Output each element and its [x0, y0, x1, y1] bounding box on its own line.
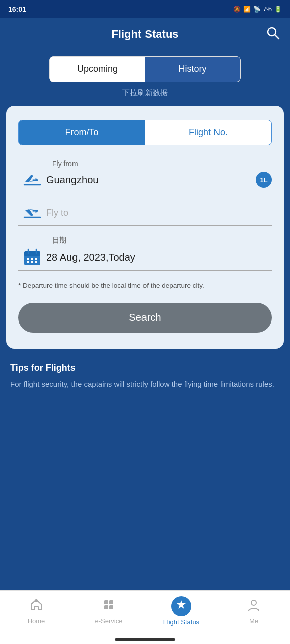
svg-rect-7	[31, 258, 33, 260]
date-group: 日期	[18, 236, 272, 271]
signal-icon: 📡	[253, 6, 261, 13]
tips-title: Tips for Flights	[10, 363, 280, 373]
nav-me[interactable]: Me	[218, 598, 290, 625]
home-label: Home	[28, 617, 45, 625]
tab-upcoming[interactable]: Upcoming	[50, 57, 145, 82]
svg-rect-8	[35, 258, 37, 260]
disclaimer-text: * Departure time should be the local tim…	[18, 281, 272, 291]
battery-level: 7%	[263, 6, 272, 13]
tab-history[interactable]: History	[145, 57, 240, 82]
date-label: 日期	[18, 236, 272, 245]
location-badge-text: 1L	[260, 176, 267, 184]
fly-to-row	[18, 203, 272, 226]
tabs-container: Upcoming History	[0, 50, 290, 82]
date-row	[18, 248, 272, 271]
spacer	[0, 496, 290, 590]
nav-flight-status[interactable]: Flight Status	[145, 596, 218, 626]
svg-rect-9	[27, 261, 29, 263]
svg-rect-3	[24, 251, 40, 256]
svg-point-17	[251, 600, 256, 605]
svg-rect-13	[104, 600, 108, 604]
flight-status-dot	[171, 596, 191, 616]
calendar-icon-container	[18, 248, 46, 266]
search-button[interactable]: Search	[18, 303, 272, 333]
flight-status-label: Flight Status	[163, 618, 199, 626]
me-icon	[247, 598, 261, 615]
svg-rect-10	[31, 261, 33, 263]
svg-line-1	[275, 35, 279, 39]
tab-group: Upcoming History	[49, 56, 241, 82]
svg-rect-11	[35, 261, 37, 263]
fly-to-group	[18, 203, 272, 226]
fly-from-input[interactable]	[46, 174, 252, 186]
nav-home[interactable]: Home	[0, 598, 72, 625]
tips-text: For flight security, the captains will s…	[10, 378, 280, 390]
date-input[interactable]	[46, 252, 272, 263]
plane-landing-icon	[22, 203, 42, 221]
status-icons: 🔕 📶 📡 7% 🔋	[233, 6, 282, 13]
location-badge: 1L	[256, 172, 272, 188]
eservice-icon	[102, 598, 116, 615]
svg-rect-14	[109, 600, 113, 604]
tips-section: Tips for Flights For flight security, th…	[0, 353, 290, 495]
fly-from-group: Fly from 1L	[18, 159, 272, 193]
fly-to-input[interactable]	[46, 207, 272, 218]
status-bar: 16:01 🔕 📶 📡 7% 🔋	[0, 0, 290, 18]
svg-rect-6	[27, 258, 29, 260]
svg-rect-16	[109, 605, 113, 609]
page-title: Flight Status	[111, 28, 178, 41]
flight-status-icon	[176, 599, 187, 613]
fly-from-row: 1L	[18, 171, 272, 193]
fly-from-label: Fly from	[18, 159, 272, 168]
battery-icon: 🔋	[274, 6, 282, 13]
bottom-indicator	[0, 635, 290, 644]
header: Flight Status	[0, 18, 290, 50]
landing-icon-container	[18, 203, 46, 221]
plane-takeoff-icon	[22, 171, 42, 189]
nav-eservice[interactable]: e-Service	[72, 598, 145, 625]
calendar-icon	[23, 248, 41, 266]
me-label: Me	[249, 617, 258, 625]
search-card: From/To Flight No. Fly from 1L	[6, 106, 284, 349]
silent-icon: 🔕	[233, 6, 241, 13]
search-type-toggle: From/To Flight No.	[18, 120, 272, 145]
search-button[interactable]	[266, 26, 280, 43]
svg-rect-15	[104, 605, 108, 609]
pull-refresh-hint: 下拉刷新数据	[0, 82, 290, 102]
flight-no-button[interactable]: Flight No.	[145, 120, 271, 145]
eservice-label: e-Service	[95, 617, 123, 625]
svg-point-12	[35, 599, 38, 602]
status-time: 16:01	[8, 5, 26, 13]
bottom-nav: Home e-Service Flight Status	[0, 590, 290, 635]
from-to-button[interactable]: From/To	[19, 120, 145, 145]
home-icon	[29, 598, 43, 615]
wifi-icon: 📶	[243, 6, 251, 13]
indicator-bar	[115, 638, 175, 641]
takeoff-icon-container	[18, 171, 46, 189]
